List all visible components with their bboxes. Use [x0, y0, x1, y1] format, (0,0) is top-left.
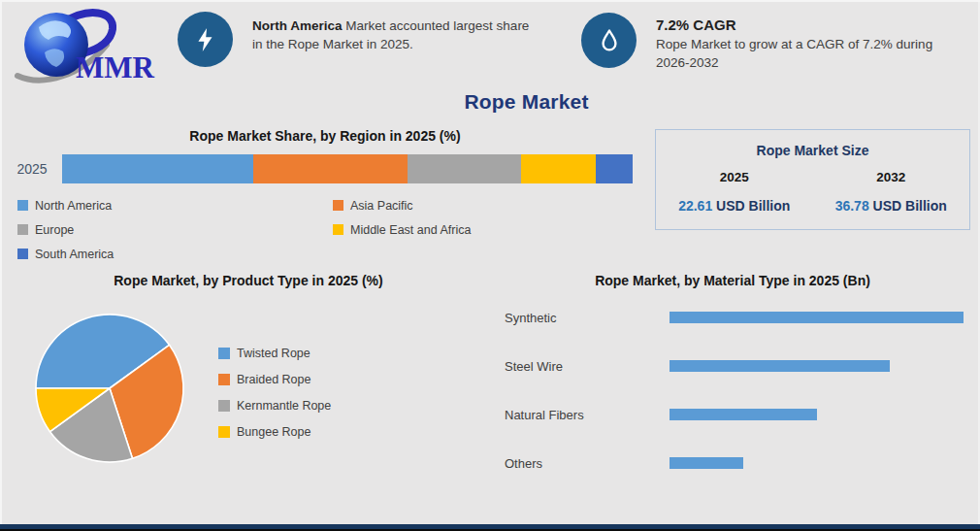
callout-cagr-text: 7.2% CAGR Rope Market to grow at a CAGR …	[656, 13, 947, 72]
material-row-natural-fibers: Natural Fibers	[505, 390, 970, 439]
region-segment-asia-pacific	[253, 154, 408, 183]
product-chart-title: Rope Market, by Product Type in 2025 (%)	[19, 273, 477, 288]
material-bar	[670, 312, 964, 323]
legend-label: Kernmantle Rope	[237, 399, 331, 413]
legend-label: Europe	[35, 223, 74, 237]
logo-text: MMR	[76, 50, 155, 84]
value-unit: USD Billion	[869, 198, 947, 214]
globe-icon: MMR	[10, 4, 165, 85]
legend-item-kernmantle-rope: Kernmantle Rope	[218, 398, 331, 413]
market-size-box: Rope Market Size 2025 2032 22.61 USD Bil…	[655, 129, 970, 230]
legend-label: Twisted Rope	[237, 347, 310, 360]
legend-swatch-icon	[333, 200, 343, 211]
legend-label: Braided Rope	[237, 373, 310, 386]
legend-item-asia-pacific: Asia Pacific	[333, 198, 471, 213]
callout-bold-text: North America	[252, 18, 343, 33]
callout-north-america-text: North America Market accounted largest s…	[252, 12, 536, 53]
legend-label: South America	[35, 248, 114, 261]
product-pie-chart	[32, 311, 187, 466]
legend-label: North America	[35, 199, 112, 213]
material-bar-track	[670, 360, 970, 372]
market-size-title: Rope Market Size	[656, 143, 969, 158]
material-chart-title: Rope Market, by Material Type in 2025 (B…	[495, 273, 970, 288]
material-bar	[670, 409, 817, 420]
legend-item-middle-east-and-africa: Middle East and Africa	[333, 222, 471, 237]
region-segment-middle-east-and-africa	[521, 154, 595, 183]
material-bar-chart: SyntheticSteel WireNatural FibersOthers	[505, 293, 970, 487]
material-row-synthetic: Synthetic	[505, 293, 970, 342]
region-axis-label: 2025	[10, 161, 54, 177]
callout-cagr: 7.2% CAGR Rope Market to grow at a CAGR …	[581, 13, 947, 72]
value-number: 36.78	[835, 198, 869, 214]
market-size-year-2032: 2032	[813, 170, 970, 184]
page-title: Rope Market	[73, 90, 980, 114]
legend-item-north-america: North America	[17, 198, 114, 213]
legend-label: Asia Pacific	[350, 199, 413, 213]
material-label: Natural Fibers	[505, 408, 670, 422]
material-bar	[670, 457, 743, 469]
cagr-body-text: Rope Market to grow at a CAGR of 7.2% du…	[656, 35, 947, 72]
legend-swatch-icon	[218, 348, 230, 359]
region-segment-north-america	[62, 154, 253, 183]
region-stacked-bar	[62, 154, 633, 183]
legend-item-bungee-rope: Bungee Rope	[218, 424, 331, 439]
market-size-value-2032: 36.78 USD Billion	[813, 198, 970, 214]
market-size-year-2025: 2025	[656, 170, 813, 184]
rope-market-infographic: MMR North America Market accounted large…	[0, 0, 980, 531]
material-label: Others	[505, 456, 670, 471]
material-row-steel-wire: Steel Wire	[505, 342, 970, 390]
legend-item-europe: Europe	[17, 222, 114, 237]
legend-item-braided-rope: Braided Rope	[218, 372, 331, 386]
product-pie-legend: Twisted RopeBraided RopeKernmantle RopeB…	[218, 346, 331, 439]
material-label: Synthetic	[505, 311, 670, 325]
market-size-value-2025: 22.61 USD Billion	[656, 198, 813, 214]
region-segment-south-america	[596, 154, 633, 183]
callout-north-america: North America Market accounted largest s…	[178, 12, 536, 67]
lightning-icon	[178, 12, 233, 67]
value-unit: USD Billion	[712, 198, 790, 214]
material-label: Steel Wire	[505, 359, 670, 374]
legend-swatch-icon	[17, 200, 28, 211]
legend-swatch-icon	[218, 374, 230, 385]
material-bar-track	[670, 457, 970, 469]
region-legend-column-1: North AmericaEuropeSouth America	[17, 198, 114, 261]
droplet-icon	[581, 13, 637, 68]
legend-label: Middle East and Africa	[350, 223, 471, 237]
legend-swatch-icon	[218, 400, 230, 412]
legend-label: Bungee Rope	[237, 425, 310, 439]
material-bar	[670, 360, 890, 372]
material-bar-track	[670, 312, 970, 323]
legend-item-twisted-rope: Twisted Rope	[218, 346, 331, 360]
legend-swatch-icon	[17, 249, 28, 259]
legend-swatch-icon	[218, 426, 230, 438]
legend-item-south-america: South America	[17, 247, 114, 261]
cagr-headline: 7.2% CAGR	[656, 16, 947, 35]
value-number: 22.61	[678, 198, 712, 214]
material-bar-track	[670, 409, 970, 420]
legend-swatch-icon	[333, 224, 343, 235]
region-segment-europe	[408, 154, 522, 183]
mmr-logo: MMR	[10, 4, 165, 85]
material-row-others: Others	[505, 439, 970, 487]
region-chart-title: Rope Market Share, by Region in 2025 (%)	[10, 128, 640, 144]
legend-swatch-icon	[17, 224, 28, 235]
region-legend-column-2: Asia PacificMiddle East and Africa	[333, 198, 471, 237]
